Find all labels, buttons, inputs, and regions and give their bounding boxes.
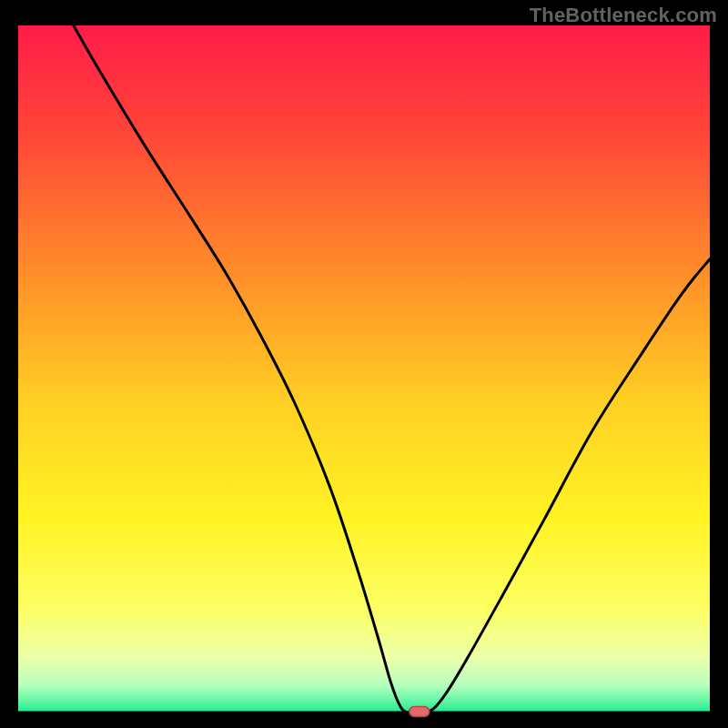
optimum-marker: [410, 707, 430, 717]
plot-background: [18, 25, 710, 713]
chart-container: TheBottleneck.com: [0, 0, 728, 728]
watermark-text: TheBottleneck.com: [530, 4, 717, 27]
bottleneck-chart: [0, 0, 728, 728]
